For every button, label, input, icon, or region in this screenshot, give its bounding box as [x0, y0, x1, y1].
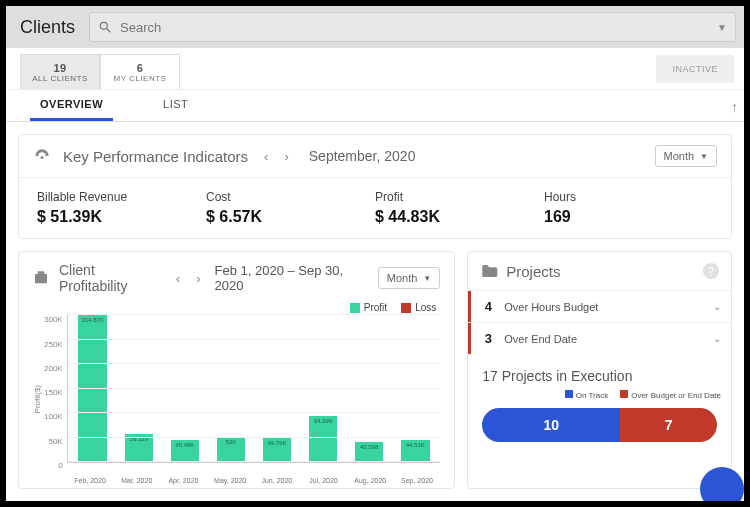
profitability-chart-card: Client Profitability ‹ › Feb 1, 2020 – S… — [18, 251, 455, 489]
chart-prev-button[interactable]: ‹ — [172, 269, 184, 288]
kpi-revenue: Billable Revenue $ 51.39K — [37, 190, 206, 226]
page-title: Clients — [14, 17, 81, 38]
execution-title: 17 Projects in Execution — [468, 354, 731, 390]
svg-point-0 — [100, 22, 107, 29]
x-tick-label: May, 2020 — [207, 477, 254, 484]
dropdown-caret-icon[interactable]: ▼ — [717, 22, 727, 33]
client-scope-tabs: 19 ALL CLIENTS 6 MY CLIENTS INACTIVE — [6, 48, 744, 90]
alert-count: 3 — [478, 331, 498, 346]
x-tick-label: Sep, 2020 — [394, 477, 441, 484]
x-axis-labels: Feb, 2020Mar, 2020Apr, 2020May, 2020Jun,… — [67, 477, 441, 484]
bar-data-label: 44.51K — [406, 442, 425, 448]
projects-title: Projects — [506, 263, 560, 280]
x-tick-label: Aug, 2020 — [347, 477, 394, 484]
projects-panel: Projects ? 4 Over Hours Budget ⌄ 3 Over … — [467, 251, 732, 489]
execution-breakdown[interactable]: 10 7 — [468, 408, 731, 452]
chevron-down-icon: ⌄ — [713, 333, 721, 344]
bar-data-label: 49.76K — [268, 440, 287, 446]
kpi-cost: Cost $ 6.57K — [206, 190, 375, 226]
kpi-hours: Hours 169 — [544, 190, 713, 226]
kpi-title: Key Performance Indicators — [63, 148, 248, 165]
profit-bar[interactable]: 40.598 — [355, 442, 384, 462]
profit-bar[interactable]: 44.51K — [401, 440, 430, 462]
kpi-card: Key Performance Indicators ‹ › September… — [18, 134, 732, 239]
view-tabs: OVERVIEW LIST ↑ — [6, 90, 744, 122]
dashboard-icon — [33, 147, 51, 165]
x-tick-label: Mar, 2020 — [113, 477, 160, 484]
over-budget-pill[interactable]: 7 — [620, 408, 717, 442]
svg-point-2 — [41, 156, 44, 159]
tab-my-clients[interactable]: 6 MY CLIENTS — [100, 54, 180, 89]
search-box[interactable]: ▼ — [89, 12, 736, 42]
alert-label: Over Hours Budget — [504, 301, 598, 313]
svg-line-1 — [107, 29, 111, 33]
legend-profit: Profit — [364, 302, 387, 313]
my-clients-count: 6 — [137, 62, 144, 74]
kpi-prev-button[interactable]: ‹ — [260, 147, 272, 166]
bar-data-label: 94.299 — [314, 418, 332, 424]
help-icon[interactable]: ? — [703, 263, 719, 279]
tab-list[interactable]: LIST — [153, 90, 198, 121]
tab-all-clients[interactable]: 19 ALL CLIENTS — [20, 54, 100, 89]
kpi-granularity-label: Month — [664, 150, 695, 162]
kpi-label: Hours — [544, 190, 713, 204]
profit-bar[interactable]: 58.229 — [125, 434, 154, 462]
kpi-label: Billable Revenue — [37, 190, 206, 204]
inactive-button[interactable]: INACTIVE — [656, 55, 734, 83]
kpi-label: Profit — [375, 190, 544, 204]
kpi-profit: Profit $ 44.83K — [375, 190, 544, 226]
top-bar: Clients ▼ — [6, 6, 744, 48]
all-clients-count: 19 — [53, 62, 66, 74]
chart-granularity-label: Month — [387, 272, 418, 284]
legend-loss: Loss — [415, 302, 436, 313]
alert-over-hours[interactable]: 4 Over Hours Budget ⌄ — [468, 290, 731, 322]
kpi-period: September, 2020 — [309, 148, 416, 164]
bar-data-label: 45.48K — [175, 442, 194, 448]
profit-bar[interactable]: 94.299 — [309, 416, 338, 462]
all-clients-label: ALL CLIENTS — [32, 74, 87, 83]
profit-bar[interactable]: 52K — [217, 437, 246, 462]
profit-bar[interactable]: 45.48K — [171, 440, 200, 462]
sort-icon[interactable]: ↑ — [731, 99, 738, 115]
execution-legend: On Track Over Budget or End Date — [468, 390, 731, 408]
svg-rect-3 — [35, 274, 47, 283]
search-icon — [98, 20, 112, 34]
x-tick-label: Jul, 2020 — [300, 477, 347, 484]
search-input[interactable] — [120, 20, 727, 35]
x-tick-label: Jun, 2020 — [254, 477, 301, 484]
chevron-down-icon: ▼ — [700, 152, 708, 161]
bar-data-label: 52K — [226, 439, 237, 445]
kpi-value: $ 44.83K — [375, 208, 544, 226]
kpi-granularity-dropdown[interactable]: Month ▼ — [655, 145, 718, 167]
svg-rect-4 — [38, 271, 45, 274]
kpi-value: 169 — [544, 208, 713, 226]
folder-icon — [480, 262, 498, 280]
alert-label: Over End Date — [504, 333, 577, 345]
chart-granularity-dropdown[interactable]: Month ▼ — [378, 267, 441, 289]
chart-legend: Profit Loss — [37, 302, 436, 313]
chart-range: Feb 1, 2020 – Sep 30, 2020 — [215, 263, 368, 293]
chevron-down-icon: ▼ — [423, 274, 431, 283]
kpi-value: $ 51.39K — [37, 208, 206, 226]
profit-bar[interactable]: 49.76K — [263, 438, 292, 462]
chevron-down-icon: ⌄ — [713, 301, 721, 312]
on-track-pill[interactable]: 10 — [482, 408, 620, 442]
my-clients-label: MY CLIENTS — [114, 74, 167, 83]
chart-plot-area: 314.87K58.22945.48K52K49.76K94.29940.598… — [67, 315, 441, 463]
bar-data-label: 314.87K — [82, 317, 104, 323]
tab-overview[interactable]: OVERVIEW — [30, 90, 113, 121]
y-axis-label: Profit($) — [33, 385, 42, 413]
chart-icon — [33, 270, 49, 286]
x-tick-label: Feb, 2020 — [67, 477, 114, 484]
kpi-next-button[interactable]: › — [280, 147, 292, 166]
x-tick-label: Apr, 2020 — [160, 477, 207, 484]
kpi-label: Cost — [206, 190, 375, 204]
alert-over-end-date[interactable]: 3 Over End Date ⌄ — [468, 322, 731, 354]
chart-title: Client Profitability — [59, 262, 162, 294]
kpi-value: $ 6.57K — [206, 208, 375, 226]
alert-count: 4 — [478, 299, 498, 314]
chart-next-button[interactable]: › — [192, 269, 204, 288]
y-axis-ticks: 300K 250K 200K 150K 100K 50K 0 — [44, 315, 67, 484]
bar-data-label: 40.598 — [360, 444, 378, 450]
